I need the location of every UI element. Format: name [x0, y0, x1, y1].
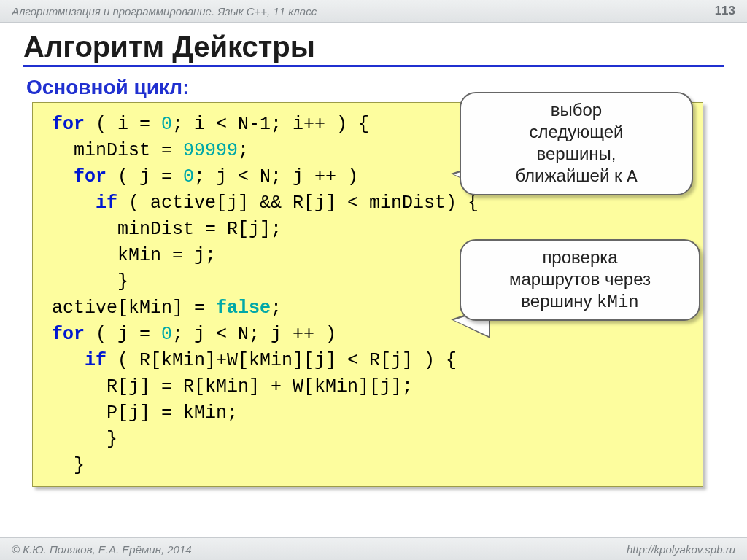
bool-literal: false — [216, 298, 271, 319]
callout-line: следующей — [474, 121, 678, 143]
code-text: ( active[j] && R[j] < minDist) { — [117, 192, 479, 214]
code-text: minDist = R[j]; — [52, 219, 282, 240]
kw-for: for — [52, 114, 85, 135]
code-text: ; — [238, 140, 249, 161]
header-bar: Алгоритмизация и программирование. Язык … — [0, 0, 747, 23]
code-text: ( j = — [107, 166, 183, 187]
code-text: } — [52, 429, 117, 450]
slide-page: Алгоритмизация и программирование. Язык … — [0, 0, 747, 560]
callout-line: выбор — [474, 99, 678, 121]
num-literal: 0 — [183, 166, 194, 187]
code-text: R[j] = R[kMin] + W[kMin][j]; — [52, 376, 413, 397]
kw-for: for — [52, 324, 85, 345]
course-title: Алгоритмизация и программирование. Язык … — [12, 5, 317, 18]
section-subtitle: Основной цикл: — [26, 76, 189, 99]
code-text — [52, 166, 74, 187]
callout-line: проверка — [474, 246, 686, 268]
callout-line: вершину kMin — [474, 290, 686, 314]
code-text: active[kMin] = — [52, 298, 216, 319]
page-title: Алгоритм Дейкстры — [23, 31, 724, 67]
kw-for: for — [74, 166, 107, 187]
code-text: ; — [271, 298, 282, 319]
callout-line: ближайшей к A — [474, 165, 678, 188]
num-literal: 99999 — [183, 140, 238, 161]
num-literal: 0 — [161, 114, 172, 135]
code-text: } — [52, 271, 128, 292]
page-number: 113 — [715, 4, 735, 18]
code-text — [52, 350, 85, 371]
kw-if: if — [96, 192, 117, 214]
copyright-text: © К.Ю. Поляков, Е.А. Ерёмин, 2014 — [12, 543, 192, 556]
callout-route-check: проверка маршрутов через вершину kMin — [460, 239, 700, 321]
callout-vertex-choice: выбор следующей вершины, ближайшей к A — [460, 92, 693, 195]
code-text: ; j < N; j ++ ) — [172, 324, 336, 345]
mono-text: kMin — [597, 292, 639, 312]
callout-line: вершины, — [474, 143, 678, 165]
code-text: } — [52, 455, 85, 476]
kw-if: if — [85, 350, 107, 371]
callout-line: маршрутов через — [474, 268, 686, 290]
footer-url: http://kpolyakov.spb.ru — [627, 543, 735, 556]
code-text — [52, 192, 96, 214]
code-text: ; i < N-1; i++ ) { — [172, 114, 369, 135]
code-text: P[j] = kMin; — [52, 402, 238, 424]
code-text: ( i = — [85, 114, 161, 135]
code-text: ; j < N; j ++ ) — [194, 166, 358, 187]
code-text: minDist = — [52, 140, 183, 161]
code-text: kMin = j; — [52, 245, 216, 266]
num-literal: 0 — [161, 324, 172, 345]
footer-bar: © К.Ю. Поляков, Е.А. Ерёмин, 2014 http:/… — [0, 537, 747, 560]
code-text: ( R[kMin]+W[kMin][j] < R[j] ) { — [107, 350, 457, 371]
code-text: ( j = — [85, 324, 161, 345]
mono-text: A — [627, 167, 637, 187]
